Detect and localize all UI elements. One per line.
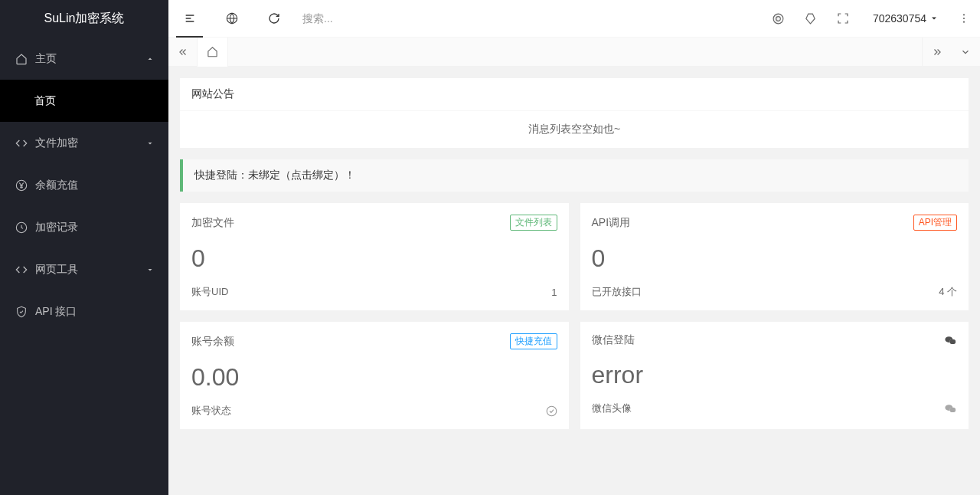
header-right: 702630754 xyxy=(763,0,980,38)
bind-link[interactable]: 未绑定（点击绑定）！ xyxy=(248,169,355,181)
sidebar-item-label: API 接口 xyxy=(35,305,77,319)
sidebar-menu: 主页 首页 文件加密 xyxy=(0,38,168,495)
tab-home[interactable] xyxy=(198,38,228,67)
content: 网站公告 消息列表空空如也~ 快捷登陆：未绑定（点击绑定）！ 加密文件 文件列表… xyxy=(168,67,980,495)
check-circle-icon xyxy=(546,405,557,417)
sidebar-item-label: 加密记录 xyxy=(35,221,78,234)
api-calls-card: API调用 API管理 0 已开放接口 4 个 xyxy=(580,203,969,310)
theme-button[interactable] xyxy=(763,0,795,38)
svg-point-11 xyxy=(949,339,956,343)
sidebar-item-encrypt[interactable]: 文件加密 xyxy=(0,122,168,164)
footer-label: 已开放接口 xyxy=(592,285,642,299)
sidebar-item-label: 主页 xyxy=(35,52,57,66)
main-area: 702630754 xyxy=(168,0,980,495)
fullscreen-button[interactable] xyxy=(827,0,859,38)
quicklogin-alert: 快捷登陆：未绑定（点击绑定）！ xyxy=(180,159,969,192)
sidebar: SuLin加密系统 主页 首页 文件加密 xyxy=(0,0,168,495)
home-icon xyxy=(15,53,28,65)
sidebar-item-label: 余额充值 xyxy=(35,179,78,192)
tabs-close-button[interactable] xyxy=(951,38,980,67)
wechat-card: 微信登陆 error 微信头像 xyxy=(580,322,969,429)
sidebar-item-label: 首页 xyxy=(34,94,56,108)
file-list-badge[interactable]: 文件列表 xyxy=(510,215,557,231)
search-input[interactable] xyxy=(295,12,448,25)
sidebar-item-label: 文件加密 xyxy=(35,136,78,150)
alert-prefix: 快捷登陆： xyxy=(194,169,248,181)
announcement-empty: 消息列表空空如也~ xyxy=(180,111,969,148)
card-title: API调用 xyxy=(592,216,631,230)
chevron-up-icon xyxy=(145,54,155,64)
api-count: 0 xyxy=(592,244,958,273)
sidebar-item-home[interactable]: 主页 xyxy=(0,38,168,80)
chevron-down-icon xyxy=(145,265,155,274)
logo: SuLin加密系统 xyxy=(0,0,168,38)
user-name: 702630754 xyxy=(873,12,926,25)
code-icon xyxy=(15,137,28,149)
clock-icon xyxy=(15,221,28,234)
sidebar-item-records[interactable]: 加密记录 xyxy=(0,206,168,248)
encrypt-count: 0 xyxy=(191,244,557,273)
sidebar-item-label: 网页工具 xyxy=(35,263,78,277)
wechat-icon xyxy=(944,334,957,347)
caret-down-icon xyxy=(929,14,939,23)
stats-row-1: 加密文件 文件列表 0 账号UID 1 API调用 API管理 0 xyxy=(180,203,969,310)
card-title: 微信登陆 xyxy=(592,333,635,347)
svg-point-8 xyxy=(547,406,557,416)
svg-point-6 xyxy=(963,18,965,19)
refresh-button[interactable] xyxy=(253,0,295,38)
notes-button[interactable] xyxy=(795,0,827,38)
footer-label: 微信头像 xyxy=(592,402,632,415)
footer-label: 账号UID xyxy=(191,285,228,299)
tabs-bar xyxy=(168,38,980,67)
sidebar-item-api[interactable]: API 接口 xyxy=(0,290,168,333)
sidebar-submenu-home: 首页 xyxy=(0,80,168,122)
announcement-card: 网站公告 消息列表空空如也~ xyxy=(180,78,969,148)
card-title: 账号余额 xyxy=(191,335,234,349)
tabs-next-button[interactable] xyxy=(922,38,951,67)
more-button[interactable] xyxy=(948,0,980,38)
home-icon xyxy=(207,46,218,57)
balance-value: 0.00 xyxy=(191,363,557,392)
wechat-icon xyxy=(944,402,957,415)
footer-value: 1 xyxy=(551,287,557,298)
svg-point-5 xyxy=(963,14,965,15)
encrypt-files-card: 加密文件 文件列表 0 账号UID 1 xyxy=(180,203,569,310)
shield-icon xyxy=(15,306,28,318)
announcement-title: 网站公告 xyxy=(180,78,969,111)
code-icon xyxy=(15,264,28,276)
stats-row-2: 账号余额 快捷充值 0.00 账号状态 微信登陆 xyxy=(180,322,969,429)
header-left xyxy=(168,0,448,38)
wechat-status: error xyxy=(592,361,958,389)
svg-point-7 xyxy=(963,21,965,23)
yen-icon xyxy=(15,179,28,192)
footer-label: 账号状态 xyxy=(191,404,231,418)
globe-button[interactable] xyxy=(211,0,253,38)
chevron-down-icon xyxy=(145,139,155,148)
balance-card: 账号余额 快捷充值 0.00 账号状态 xyxy=(180,322,569,429)
menu-toggle-button[interactable] xyxy=(168,0,211,38)
user-menu[interactable]: 702630754 xyxy=(859,12,948,25)
header: 702630754 xyxy=(168,0,980,38)
card-title: 加密文件 xyxy=(191,216,234,230)
footer-value: 4 个 xyxy=(939,285,957,299)
sidebar-item-recharge[interactable]: 余额充值 xyxy=(0,164,168,206)
svg-point-14 xyxy=(949,407,956,411)
api-manage-badge[interactable]: API管理 xyxy=(913,215,957,231)
quick-recharge-badge[interactable]: 快捷充值 xyxy=(510,333,557,349)
tabs-prev-button[interactable] xyxy=(168,38,198,67)
sidebar-item-webtools[interactable]: 网页工具 xyxy=(0,248,168,290)
sidebar-item-homepage[interactable]: 首页 xyxy=(0,80,168,122)
